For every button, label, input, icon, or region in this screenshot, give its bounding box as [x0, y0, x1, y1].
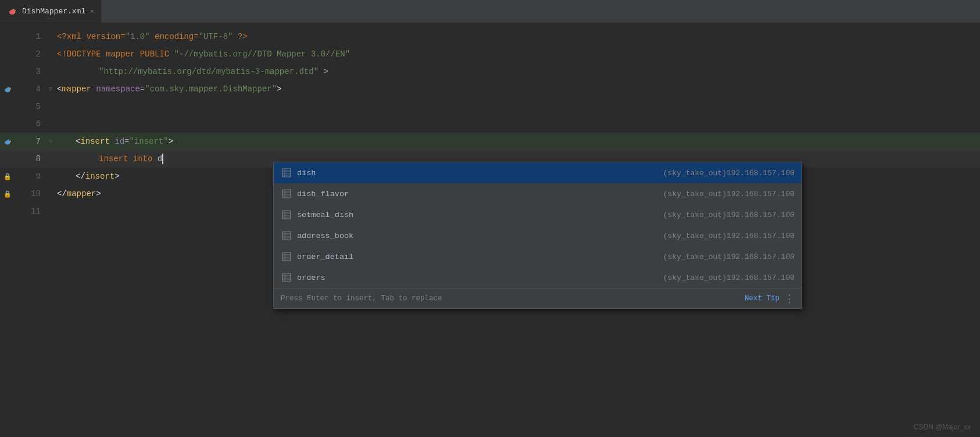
xml-file-icon — [7, 6, 17, 17]
svg-rect-27 — [282, 232, 291, 240]
line-number: 11 — [31, 202, 45, 220]
table-icon-4 — [281, 230, 292, 241]
svg-point-7 — [9, 88, 10, 88]
code-line-7: <insert id="insert"> — [52, 133, 980, 150]
item-schema-orders: (sky_take_out) — [663, 273, 727, 282]
svg-rect-22 — [282, 211, 291, 219]
text-cursor — [162, 154, 163, 164]
item-schema-dish: (sky_take_out) — [663, 169, 727, 177]
tab-close-button[interactable]: × — [90, 8, 94, 15]
line-number: 9 — [36, 168, 45, 185]
more-options-icon[interactable]: ⋮ — [784, 292, 795, 305]
table-icon-5 — [281, 251, 292, 262]
item-schema-order-detail: (sky_take_out) — [663, 253, 727, 261]
duck-gutter-icon — [2, 84, 13, 94]
line-number: 7 — [36, 133, 45, 150]
item-name-dish: dish — [297, 169, 660, 177]
item-name-setmeal-dish: setmeal_dish — [297, 211, 660, 219]
table-icon-6 — [281, 272, 292, 283]
line-number: 8 — [36, 150, 45, 168]
svg-rect-32 — [282, 253, 291, 261]
item-host-dish-flavor: 192.168.157.100 — [727, 190, 795, 198]
item-name-orders: orders — [297, 273, 660, 282]
svg-rect-37 — [282, 273, 291, 282]
gutter: 1 2 3 4 ▽ 5 6 — [0, 23, 52, 437]
lock-icon: 🔒 — [3, 173, 12, 180]
item-host-order-detail: 192.168.157.100 — [727, 253, 795, 261]
line-number: 1 — [36, 28, 45, 45]
item-host-setmeal-dish: 192.168.157.100 — [727, 211, 795, 219]
svg-rect-17 — [282, 190, 291, 198]
item-schema-setmeal-dish: (sky_take_out) — [663, 211, 727, 219]
code-line-4: <mapper namespace="com.sky.mapper.DishMa… — [52, 80, 980, 98]
autocomplete-item-dish-flavor[interactable]: dish_flavor (sky_take_out) 192.168.157.1… — [274, 183, 802, 204]
svg-rect-12 — [282, 169, 291, 177]
item-host-dish: 192.168.157.100 — [727, 169, 795, 177]
autocomplete-item-address-book[interactable]: address_book (sky_take_out) 192.168.157.… — [274, 225, 802, 246]
item-host-address-book: 192.168.157.100 — [727, 232, 795, 240]
footer-hint: Press Enter to insert, Tab to replace — [281, 294, 745, 303]
table-icon-2 — [281, 188, 292, 200]
autocomplete-item-setmeal-dish[interactable]: setmeal_dish (sky_take_out) 192.168.157.… — [274, 204, 802, 225]
autocomplete-item-orders[interactable]: orders (sky_take_out) 192.168.157.100 — [274, 267, 802, 288]
code-line-3: "http://mybatis.org/dtd/mybatis-3-mapper… — [52, 63, 980, 80]
tab-bar: DishMapper.xml × — [0, 0, 980, 23]
autocomplete-dropdown: dish (sky_take_out) 192.168.157.100 dish… — [273, 162, 802, 309]
autocomplete-footer: Press Enter to insert, Tab to replace Ne… — [274, 288, 802, 308]
code-line-5 — [52, 98, 980, 115]
autocomplete-item-dish[interactable]: dish (sky_take_out) 192.168.157.100 — [274, 162, 802, 183]
lock-icon-2: 🔒 — [3, 190, 12, 198]
line-number: 5 — [36, 98, 45, 115]
item-name-order-detail: order_detail — [297, 253, 660, 261]
tab-dishmapper[interactable]: DishMapper.xml × — [0, 0, 101, 23]
item-name-address-book: address_book — [297, 232, 660, 240]
line-number: 10 — [31, 185, 45, 202]
svg-point-3 — [14, 9, 15, 10]
line-number: 3 — [36, 63, 45, 80]
code-line-6 — [52, 115, 980, 133]
item-name-dish-flavor: dish_flavor — [297, 190, 660, 198]
duck-gutter-icon-2 — [2, 136, 13, 147]
line-number: 4 — [36, 80, 45, 98]
code-line-2: <!DOCTYPE mapper PUBLIC "-//mybatis.org/… — [52, 45, 980, 63]
item-schema-address-book: (sky_take_out) — [663, 232, 727, 240]
tab-filename: DishMapper.xml — [22, 7, 85, 16]
table-icon-3 — [281, 209, 292, 221]
item-schema-dish-flavor: (sky_take_out) — [663, 190, 727, 198]
item-host-orders: 192.168.157.100 — [727, 273, 795, 282]
line-number: 6 — [36, 115, 45, 133]
code-line-1: <?xml version="1.0" encoding="UTF-8" ?> — [52, 28, 980, 45]
next-tip-button[interactable]: Next Tip — [745, 294, 779, 303]
table-icon — [281, 167, 292, 179]
svg-point-11 — [9, 140, 10, 141]
code-panel: <?xml version="1.0" encoding="UTF-8" ?> … — [52, 23, 980, 437]
watermark: CSDN @Major_xx — [914, 423, 971, 431]
line-number: 2 — [36, 45, 45, 63]
editor-area: 1 2 3 4 ▽ 5 6 — [0, 23, 980, 437]
autocomplete-item-order-detail[interactable]: order_detail (sky_take_out) 192.168.157.… — [274, 246, 802, 267]
